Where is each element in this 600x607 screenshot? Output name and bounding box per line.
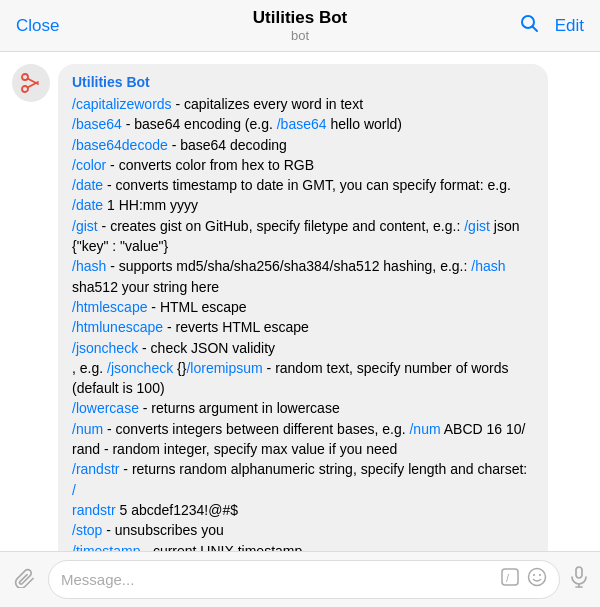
svg-point-9 [533, 574, 535, 576]
message-input[interactable] [61, 571, 495, 588]
svg-rect-6 [502, 569, 518, 585]
cmd-color: /color [72, 157, 106, 173]
cmd-htmlescape: /htmlescape [72, 299, 147, 315]
header-center: Utilities Bot bot [253, 8, 347, 43]
cmd-num: /num [72, 421, 103, 437]
slash-button[interactable]: / [501, 568, 519, 591]
svg-text:/: / [506, 572, 510, 584]
attach-button[interactable] [10, 566, 40, 594]
close-button[interactable]: Close [16, 16, 59, 36]
cmd-stop: /stop [72, 522, 102, 538]
input-bar: / [0, 551, 600, 607]
message-bubble: Utilities Bot /capitalizewords - capital… [58, 64, 548, 551]
svg-rect-11 [576, 567, 582, 578]
chat-area: Utilities Bot /capitalizewords - capital… [0, 52, 600, 551]
cmd-hash: /hash [72, 258, 106, 274]
avatar [12, 64, 50, 102]
input-right-icons: / [501, 567, 547, 592]
slash-icon: / [501, 568, 519, 586]
header: Close Utilities Bot bot Edit [0, 0, 600, 52]
mic-button[interactable] [568, 566, 590, 594]
cmd-date: /date [72, 177, 103, 193]
svg-point-8 [529, 569, 546, 586]
search-icon [519, 13, 539, 33]
cmd-timestamp: /timestamp [72, 543, 140, 551]
svg-point-10 [539, 574, 541, 576]
header-right: Edit [519, 13, 584, 38]
input-field-wrapper: / [48, 560, 560, 599]
cmd-jsoncheck: /jsoncheck [72, 340, 138, 356]
header-left: Close [16, 16, 59, 36]
message-row: Utilities Bot /capitalizewords - capital… [12, 64, 588, 551]
message-text: /capitalizewords - capitalizes every wor… [72, 94, 534, 551]
emoji-button[interactable] [527, 567, 547, 592]
edit-button[interactable]: Edit [555, 16, 584, 36]
message-sender: Utilities Bot [72, 74, 534, 90]
header-title: Utilities Bot [253, 8, 347, 28]
scissors-icon [17, 69, 45, 97]
svg-line-5 [28, 82, 39, 88]
cmd-htmlunescape: /htmlunescape [72, 319, 163, 335]
cmd-lowercase: /lowercase [72, 400, 139, 416]
search-button[interactable] [519, 13, 539, 38]
cmd-base64decode: /base64decode [72, 137, 168, 153]
attach-icon [14, 566, 36, 588]
cmd-randstr: /randstr [72, 461, 119, 477]
cmd-base64: /base64 [72, 116, 122, 132]
cmd-gist: /gist [72, 218, 98, 234]
mic-icon [568, 566, 590, 588]
header-subtitle: bot [291, 28, 309, 43]
svg-line-1 [532, 27, 537, 32]
emoji-icon [527, 567, 547, 587]
cmd-capitalizewords: /capitalizewords [72, 96, 172, 112]
